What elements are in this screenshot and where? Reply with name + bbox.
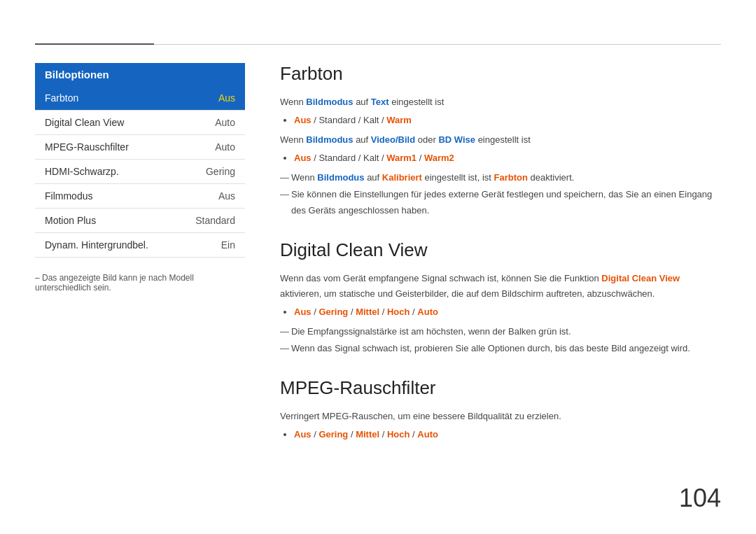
- dcv-note-2: Wenn das Signal schwach ist, probieren S…: [280, 341, 721, 356]
- section-title-farbton: Farbton: [280, 63, 721, 85]
- farbton-b2-warm2: Warm2: [424, 153, 454, 163]
- sidebar-item-farbton[interactable]: Farbton Aus: [35, 86, 245, 111]
- page-number: 104: [679, 484, 721, 513]
- farbton-text1: Text: [371, 97, 389, 107]
- dcv-link: Digital Clean View: [601, 273, 680, 283]
- sidebar-item-hdmischwarzp[interactable]: HDMI-Schwarzp. Gering: [35, 160, 245, 184]
- dcv-hoch: Hoch: [387, 307, 410, 317]
- sidebar-value-farbton: Aus: [218, 92, 235, 104]
- sidebar-item-dynamhintergrundbel[interactable]: Dynam. Hintergrundbel. Ein: [35, 233, 245, 258]
- top-line-left: [35, 43, 154, 45]
- dcv-mittel: Mittel: [356, 307, 379, 317]
- top-line-right: [154, 44, 721, 45]
- farbton-bullet-list-2: Aus / Standard / Kalt / Warm1 / Warm2: [294, 150, 721, 166]
- farbton-note-list: Wenn Bildmodus auf Kalibriert eingestell…: [280, 170, 721, 218]
- main-content: Farbton Wenn Bildmodus auf Text eingeste…: [280, 63, 721, 463]
- sidebar-value-motionplus: Standard: [195, 215, 235, 226]
- mpeg-auto: Auto: [417, 429, 438, 440]
- sidebar-value-digitalcleanview: Auto: [215, 117, 235, 128]
- sidebar-label-mpegrauschfilter: MPEG-Rauschfilter: [45, 141, 129, 153]
- sidebar-value-hdmischwarzp: Gering: [206, 166, 235, 177]
- dcv-bullet-list: Aus / Gering / Mittel / Hoch / Auto: [294, 304, 721, 320]
- farbton-b1-aus: Aus: [294, 115, 312, 125]
- farbton-note-1: Wenn Bildmodus auf Kalibriert eingestell…: [280, 170, 721, 185]
- sidebar-item-motionplus[interactable]: Motion Plus Standard: [35, 209, 245, 233]
- farbton-note-farbton: Farbton: [494, 172, 528, 183]
- sidebar-value-mpegrauschfilter: Auto: [215, 141, 235, 153]
- dcv-auto: Auto: [417, 307, 438, 317]
- farbton-bildmodus2: Bildmodus: [306, 134, 353, 145]
- sidebar-value-dynamhintergrundbel: Ein: [221, 239, 235, 251]
- mpeg-mittel: Mittel: [356, 429, 379, 440]
- sidebar-label-filmmodus: Filmmodus: [45, 190, 92, 202]
- dcv-aus: Aus: [294, 307, 312, 317]
- farbton-bullet-1: Aus / Standard / Kalt / Warm: [294, 113, 721, 128]
- dcv-note-1: Die Empfangssignalstärke ist am höchsten…: [280, 324, 721, 339]
- dcv-gering: Gering: [318, 307, 348, 317]
- mpeg-intro: Verringert MPEG-Rauschen, um eine besser…: [280, 409, 721, 424]
- farbton-video: Video/Bild: [371, 134, 415, 145]
- section-digitalcleanview: Digital Clean View Wenn das vom Gerät em…: [280, 239, 721, 356]
- top-lines: [35, 43, 721, 45]
- mpeg-bullet-list: Aus / Gering / Mittel / Hoch / Auto: [294, 427, 721, 442]
- sidebar-label-digitalcleanview: Digital Clean View: [45, 117, 124, 128]
- farbton-b2-aus: Aus: [294, 153, 312, 163]
- farbton-line1: Wenn Bildmodus auf Text eingestellt ist: [280, 94, 721, 110]
- sidebar-header: Bildoptionen: [35, 63, 245, 86]
- dcv-intro: Wenn das vom Gerät empfangene Signal sch…: [280, 271, 721, 302]
- farbton-line2: Wenn Bildmodus auf Video/Bild oder BD Wi…: [280, 132, 721, 148]
- section-body-dcv: Wenn das vom Gerät empfangene Signal sch…: [280, 271, 721, 356]
- section-body-farbton: Wenn Bildmodus auf Text eingestellt ist …: [280, 94, 721, 218]
- sidebar-label-farbton: Farbton: [45, 92, 78, 104]
- mpeg-hoch: Hoch: [387, 429, 410, 440]
- farbton-bullet-2: Aus / Standard / Kalt / Warm1 / Warm2: [294, 150, 721, 166]
- sidebar-label-motionplus: Motion Plus: [45, 215, 96, 226]
- farbton-bdwise: BD Wise: [438, 134, 475, 145]
- section-body-mpeg: Verringert MPEG-Rauschen, um eine besser…: [280, 409, 721, 442]
- section-title-dcv: Digital Clean View: [280, 239, 721, 261]
- mpeg-aus: Aus: [294, 429, 312, 440]
- section-farbton: Farbton Wenn Bildmodus auf Text eingeste…: [280, 63, 721, 218]
- sidebar-value-filmmodus: Aus: [218, 190, 235, 202]
- farbton-bildmodus1: Bildmodus: [306, 97, 353, 107]
- farbton-bullet-list-1: Aus / Standard / Kalt / Warm: [294, 113, 721, 128]
- dcv-note-list: Die Empfangssignalstärke ist am höchsten…: [280, 324, 721, 356]
- sidebar-label-dynamhintergrundbel: Dynam. Hintergrundbel.: [45, 239, 148, 251]
- farbton-b2-warm1: Warm1: [386, 153, 416, 163]
- section-mpegrauschfilter: MPEG-Rauschfilter Verringert MPEG-Rausch…: [280, 377, 721, 442]
- sidebar: Bildoptionen Farbton Aus Digital Clean V…: [35, 63, 245, 258]
- farbton-note-bildmodus: Bildmodus: [317, 172, 364, 183]
- mpeg-bullet-1: Aus / Gering / Mittel / Hoch / Auto: [294, 427, 721, 442]
- section-title-mpeg: MPEG-Rauschfilter: [280, 377, 721, 399]
- dcv-bullet-1: Aus / Gering / Mittel / Hoch / Auto: [294, 304, 721, 320]
- farbton-note-kalibriert: Kalibriert: [382, 172, 422, 183]
- sidebar-item-digitalcleanview[interactable]: Digital Clean View Auto: [35, 111, 245, 135]
- sidebar-item-mpegrauschfilter[interactable]: MPEG-Rauschfilter Auto: [35, 135, 245, 160]
- farbton-note-2: Sie können die Einstellungen für jedes e…: [280, 187, 721, 218]
- sidebar-item-filmmodus[interactable]: Filmmodus Aus: [35, 184, 245, 209]
- farbton-b1-warm: Warm: [386, 115, 412, 125]
- sidebar-footnote: – Das angezeigte Bild kann je nach Model…: [35, 273, 245, 293]
- sidebar-label-hdmischwarzp: HDMI-Schwarzp.: [45, 166, 119, 177]
- mpeg-gering: Gering: [318, 429, 348, 440]
